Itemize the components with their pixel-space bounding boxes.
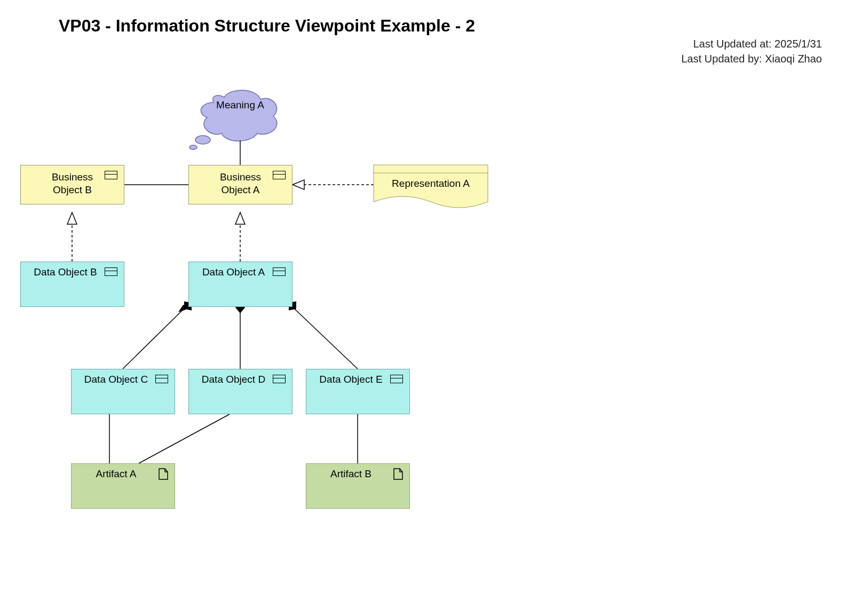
node-meaning-a: Meaning A — [189, 90, 277, 149]
svg-point-1 — [189, 145, 197, 149]
diagram-canvas: Meaning A — [0, 0, 854, 616]
node-artifact-b: Artifact B — [306, 463, 410, 509]
arrow-dataB-to-bizB — [67, 212, 77, 224]
node-data-object-b: Data Object B — [20, 262, 124, 307]
data-object-icon — [390, 375, 403, 383]
comp-diamonds-clean — [180, 298, 358, 369]
data-object-icon — [155, 375, 168, 383]
arrow-repA-to-bizA — [292, 180, 304, 189]
data-object-icon — [105, 267, 117, 276]
node-data-object-c: Data Object C — [71, 369, 175, 414]
connectors: Meaning A — [0, 0, 854, 616]
node-data-object-a: Data Object A — [188, 262, 292, 307]
business-object-icon — [105, 171, 117, 179]
arrow-dataA-to-bizA — [235, 212, 245, 224]
artifact-icon — [393, 468, 403, 480]
data-object-icon — [273, 267, 286, 276]
data-object-icon — [273, 375, 286, 383]
representation-a-label: Representation A — [374, 178, 488, 189]
node-business-object-b: BusinessObject B — [20, 165, 124, 204]
edge-artA-dataD — [139, 414, 230, 463]
node-artifact-a: Artifact A — [71, 463, 175, 509]
node-representation-a-box: Representation A — [374, 165, 488, 207]
node-data-object-e: Data Object E — [306, 369, 410, 414]
svg-line-7 — [292, 307, 358, 369]
artifact-icon — [159, 468, 168, 480]
node-business-object-a: BusinessObject A — [188, 165, 292, 204]
business-object-icon — [273, 171, 286, 179]
meaning-a-label: Meaning A — [216, 99, 264, 110]
node-data-object-d: Data Object D — [188, 369, 292, 414]
edge-dataA-comp-C — [123, 307, 186, 369]
svg-point-0 — [195, 136, 210, 144]
